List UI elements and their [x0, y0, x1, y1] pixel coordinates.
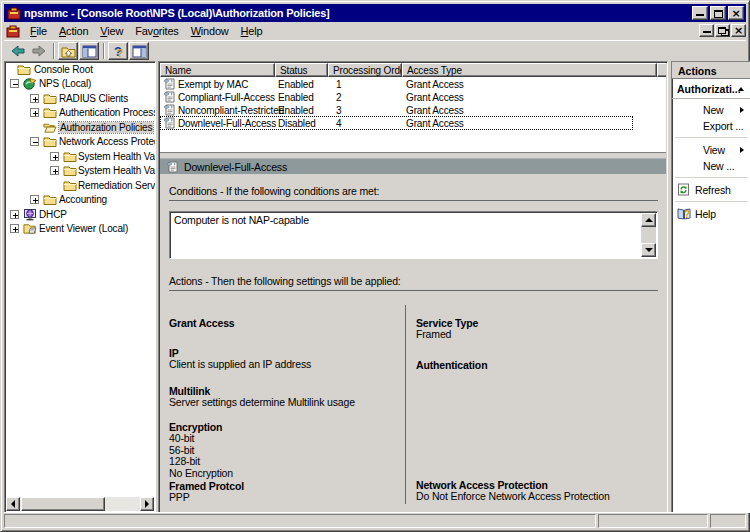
tree-horizontal-scrollbar[interactable]	[6, 497, 154, 511]
back-button[interactable]	[8, 42, 28, 60]
list-row-noncompliant-restricted[interactable]: Noncompliant-RestrictedEnabled3Grant Acc…	[160, 104, 666, 117]
actions-pane-items: NewExport ...ViewNew ...Refresh?Help	[672, 99, 750, 222]
cell-processing-order: 1	[336, 79, 341, 90]
setting-value: Framed	[416, 329, 656, 341]
status-bar	[4, 512, 746, 528]
folder-up-icon	[61, 45, 76, 58]
expand-icon[interactable]	[50, 166, 59, 175]
action-item-help[interactable]: ?Help	[672, 206, 750, 222]
action-item-export-[interactable]: Export ...	[672, 118, 750, 134]
up-one-level-button[interactable]	[58, 42, 78, 60]
tree-item-network-access-protection[interactable]: Network Access Protection	[5, 135, 155, 149]
tree-item-dhcp[interactable]: DHCP	[5, 208, 155, 222]
setting-value: 56-bit	[169, 445, 399, 457]
tree-item-accounting[interactable]: Accounting	[5, 193, 155, 207]
console-tree-icon	[82, 45, 97, 58]
folder-icon	[43, 135, 57, 148]
list-row-exempt-by-mac[interactable]: Exempt by MACEnabled1Grant Access	[160, 78, 666, 91]
setting-value: Server settings determine Multilink usag…	[169, 397, 399, 409]
actions-separator	[675, 177, 748, 178]
expand-icon[interactable]	[30, 94, 39, 103]
tree-item-radius-clients[interactable]: RADIUS Clients	[5, 92, 155, 106]
policy-icon	[163, 78, 176, 90]
setting-block-ip: IPClient is supplied an IP address	[169, 347, 399, 371]
scroll-down-button[interactable]	[641, 243, 656, 257]
expand-icon[interactable]	[30, 108, 39, 117]
menu-action[interactable]: Action	[53, 23, 94, 39]
setting-heading: Authentication	[416, 359, 656, 371]
tree-item-nps-local-[interactable]: NPS (Local)	[5, 77, 155, 91]
menu-window[interactable]: Window	[185, 23, 235, 39]
tree-item-label: NPS (Local)	[39, 78, 91, 89]
actions-pane-section[interactable]: Authorizati...	[672, 79, 750, 99]
tree-item-system-health-validators[interactable]: System Health Validators	[5, 150, 155, 164]
scrollbar-thumb[interactable]	[21, 497, 105, 511]
scroll-up-button[interactable]	[641, 213, 656, 227]
tree-item-event-viewer-local-[interactable]: Event Viewer (Local)	[5, 222, 155, 236]
menu-favorites[interactable]: Favorites	[129, 23, 184, 39]
show-action-pane-button[interactable]	[129, 42, 149, 60]
menu-help[interactable]: Help	[235, 23, 269, 39]
list-header: NameStatusProcessing OrderAccess Type	[160, 63, 666, 77]
scroll-left-button[interactable]	[6, 497, 20, 511]
tree-item-authentication-processing[interactable]: Authentication Processing	[5, 106, 155, 120]
collapse-icon[interactable]	[30, 137, 39, 146]
action-item-view[interactable]: View	[672, 142, 750, 158]
actions-heading: Actions - Then the following settings wi…	[169, 275, 401, 287]
maximize-button[interactable]	[710, 6, 726, 20]
forward-button[interactable]	[29, 42, 49, 60]
menu-file[interactable]: File	[24, 23, 53, 39]
status-panel-grip	[710, 514, 746, 528]
tree-item-label: Authentication Processing	[59, 107, 156, 118]
column-header-filler[interactable]	[657, 63, 666, 77]
show-console-tree-button[interactable]	[79, 42, 99, 60]
folder-open-icon	[43, 121, 57, 134]
cell-access-type: Grant Access	[406, 92, 464, 103]
column-header-status[interactable]: Status	[275, 63, 328, 77]
folder-icon	[63, 164, 77, 177]
expand-icon[interactable]	[10, 210, 19, 219]
expand-icon[interactable]	[50, 152, 59, 161]
action-item-refresh[interactable]: Refresh	[672, 182, 750, 198]
console-tree-panel: Console RootNPS (Local)RADIUS ClientsAut…	[4, 61, 156, 513]
list-row-compliant-full-access[interactable]: Compliant-Full-AccessEnabled2Grant Acces…	[160, 91, 666, 104]
expand-icon[interactable]	[30, 195, 39, 204]
action-item-new-[interactable]: New ...	[672, 158, 750, 174]
toolbar: ??	[4, 40, 746, 61]
child-minimize-button[interactable]	[699, 24, 714, 37]
collapse-icon[interactable]	[10, 79, 19, 88]
child-close-button[interactable]: ×	[731, 24, 746, 37]
expand-icon[interactable]	[10, 224, 19, 233]
column-divider	[405, 305, 406, 504]
menu-view[interactable]: View	[94, 23, 129, 39]
child-restore-button[interactable]	[715, 24, 730, 37]
tree-item-console-root[interactable]: Console Root	[5, 63, 155, 77]
refresh-icon	[677, 183, 690, 196]
help-book-icon: ?	[677, 207, 690, 220]
policy-list: NameStatusProcessing OrderAccess Type Ex…	[160, 63, 666, 153]
list-row-downlevel-full-access[interactable]: Downlevel-Full-AccessDisabled4Grant Acce…	[160, 117, 666, 130]
chevron-up-icon[interactable]	[738, 87, 744, 91]
help-button[interactable]: ??	[108, 42, 128, 60]
scroll-right-icon	[145, 500, 149, 508]
column-header-name[interactable]: Name	[160, 63, 275, 77]
cell-name: Exempt by MAC	[178, 79, 248, 90]
policy-icon	[166, 161, 179, 173]
scroll-down-icon	[645, 248, 653, 252]
folder-icon	[63, 179, 77, 192]
scroll-right-button[interactable]	[140, 497, 154, 511]
close-button[interactable]: ×	[728, 6, 744, 20]
conditions-scrollbar[interactable]	[641, 213, 656, 257]
minimize-button[interactable]	[692, 6, 708, 20]
actions-section-label: Authorizati...	[677, 83, 741, 95]
folder-icon	[43, 193, 57, 206]
tree-item-remediation-server-groups[interactable]: Remediation Server Groups	[5, 179, 155, 193]
setting-block-framed-protcol: Framed ProtcolPPP	[169, 480, 399, 504]
column-header-access-type[interactable]: Access Type	[402, 63, 657, 77]
column-header-processing-order[interactable]: Processing Order	[328, 63, 402, 77]
action-item-new[interactable]: New	[672, 102, 750, 118]
folder-icon	[43, 92, 57, 105]
tree-item-authorization-policies[interactable]: Authorization Policies	[5, 121, 155, 135]
conditions-box: Computer is not NAP-capable	[169, 211, 658, 259]
tree-item-system-health-validators[interactable]: System Health Validators	[5, 164, 155, 178]
